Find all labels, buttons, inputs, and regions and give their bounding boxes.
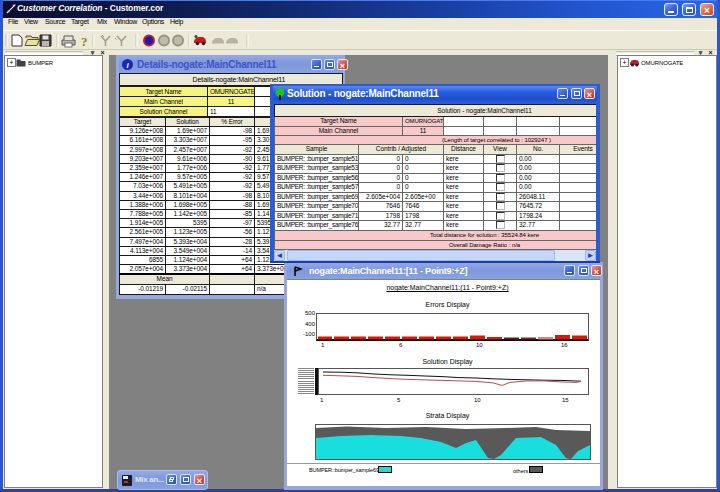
svg-text:?: ? <box>81 34 88 49</box>
